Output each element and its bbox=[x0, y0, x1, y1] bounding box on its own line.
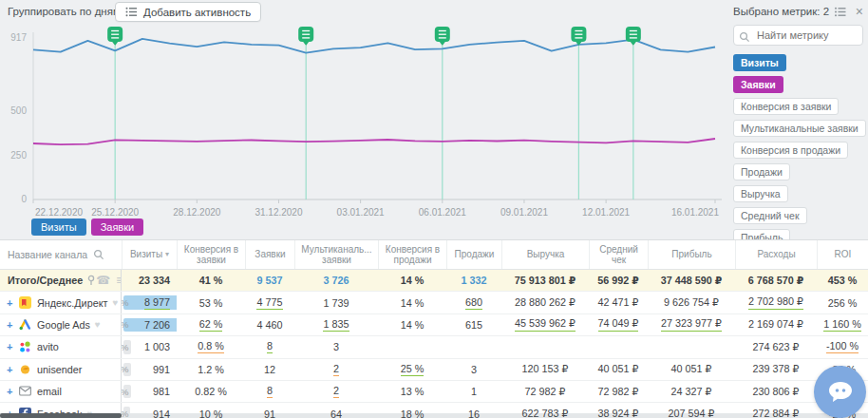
close-icon[interactable]: × bbox=[856, 5, 863, 18]
channel-name: Google Ads bbox=[37, 319, 90, 331]
cell-link[interactable]: 9 537 bbox=[256, 275, 282, 286]
table-cell: 0.82 % bbox=[177, 381, 245, 402]
cell-value: 13 % bbox=[401, 386, 425, 397]
cell-value: 12 bbox=[264, 364, 275, 375]
column-header-7[interactable]: Выручка bbox=[501, 240, 589, 269]
sort-desc-icon: ▾ bbox=[165, 250, 169, 258]
series-Заявки bbox=[33, 139, 715, 144]
cell-value: 3 bbox=[471, 364, 477, 375]
table-row[interactable]: +unisender%9911.2 %12225 %3120 153 ₽40 0… bbox=[0, 359, 868, 381]
search-icon[interactable] bbox=[93, 249, 104, 260]
metric-tag[interactable]: Средний чек bbox=[733, 207, 807, 224]
cell-link[interactable]: 1 332 bbox=[461, 275, 486, 286]
horizontal-scrollbar[interactable] bbox=[0, 413, 868, 418]
chat-widget-button[interactable] bbox=[814, 366, 866, 418]
metric-tag[interactable]: Мультиканальные заявки bbox=[733, 120, 866, 137]
table-row[interactable]: +email%9810.82 %8213 %172 982 ₽72 982 ₽2… bbox=[0, 381, 868, 403]
clipped-percent: % bbox=[122, 364, 128, 374]
activity-marker-icon[interactable] bbox=[626, 27, 641, 46]
cell-value: 2 bbox=[333, 385, 339, 398]
cell-value: 16 bbox=[468, 408, 480, 418]
table-row[interactable]: +Google Ads♥%7 20662 %4 4601 83514 %6154… bbox=[0, 314, 868, 336]
activity-marker-icon[interactable] bbox=[298, 27, 313, 46]
cell-value: 230 806 ₽ bbox=[753, 386, 800, 398]
cell-value: 272 884 ₽ bbox=[753, 408, 800, 418]
add-activity-button[interactable]: Добавить активность bbox=[115, 2, 261, 22]
cell-value: 74 049 ₽ bbox=[598, 317, 639, 332]
column-header-9[interactable]: Прибыль bbox=[648, 240, 735, 269]
pin-icon[interactable] bbox=[86, 275, 96, 286]
table-cell: 56 992 ₽ bbox=[589, 270, 648, 291]
metric-tag[interactable]: Продажи bbox=[733, 163, 790, 180]
legend-toggle-Заявки[interactable]: Заявки bbox=[91, 218, 144, 236]
table-row-total[interactable]: Итого/Среднее☎≡23 33441 %9 5373 72614 %1… bbox=[0, 270, 868, 292]
channel-name-cell[interactable]: +unisender bbox=[0, 359, 122, 380]
channel-name-cell[interactable]: Итого/Среднее☎≡ bbox=[0, 270, 122, 291]
metric-tag[interactable]: Выручка bbox=[733, 185, 788, 202]
phone-icon[interactable]: ☎ bbox=[96, 274, 110, 287]
column-header-11[interactable]: ROI bbox=[817, 240, 868, 269]
cell-value: 3 bbox=[333, 341, 339, 352]
svg-text:917: 917 bbox=[10, 32, 27, 43]
table-cell: 3 726 bbox=[294, 270, 378, 291]
group-by-dropdown[interactable]: Группировать по дням ▾ bbox=[8, 6, 128, 17]
channel-name-cell[interactable]: +Google Ads♥ bbox=[0, 314, 122, 335]
clipped-percent: % bbox=[122, 319, 128, 330]
activity-marker-icon[interactable] bbox=[571, 27, 586, 46]
table-cell: 28 880 262 ₽ bbox=[501, 292, 589, 313]
expand-row-icon[interactable]: + bbox=[7, 297, 17, 309]
metric-tag[interactable]: Конверсия в заявки bbox=[733, 98, 839, 115]
activity-marker-icon[interactable] bbox=[107, 27, 123, 46]
heart-icon[interactable]: ♥ bbox=[95, 319, 101, 330]
table-cell: 1 835 bbox=[294, 314, 378, 335]
table-cell: 1 bbox=[446, 381, 501, 402]
cell-value: 41 % bbox=[199, 275, 223, 286]
expand-row-icon[interactable]: + bbox=[7, 341, 17, 352]
scrollbar-thumb[interactable] bbox=[0, 413, 122, 418]
column-header-2[interactable]: Конверсия в заявки bbox=[177, 240, 245, 269]
expand-row-icon[interactable]: + bbox=[7, 319, 17, 331]
metric-tag-selected[interactable]: Заявки bbox=[733, 76, 783, 93]
table-cell: 72 982 ₽ bbox=[501, 381, 589, 402]
cell-value: 207 594 ₽ bbox=[669, 408, 715, 418]
cell-value: 91 bbox=[264, 408, 275, 418]
expand-row-icon[interactable]: + bbox=[7, 386, 17, 397]
metric-tag-selected[interactable]: Визиты bbox=[733, 54, 786, 71]
table-cell: 4 460 bbox=[245, 314, 294, 335]
channel-name-cell[interactable]: +email bbox=[0, 381, 122, 402]
cell-link[interactable]: 3 726 bbox=[323, 275, 349, 286]
channel-name-cell[interactable]: +avito bbox=[0, 336, 122, 357]
table-row[interactable]: +Яндекс.Директ♥%8 97753 %4 7751 73914 %6… bbox=[0, 292, 868, 314]
table-cell: 13 % bbox=[378, 381, 446, 402]
cell-value: 4 460 bbox=[256, 319, 282, 331]
table-cell: 14 % bbox=[378, 270, 446, 291]
activity-marker-icon[interactable] bbox=[435, 27, 450, 46]
channel-name-cell[interactable]: +Яндекс.Директ♥ bbox=[0, 292, 122, 313]
column-header-5[interactable]: Конверсия в продажи bbox=[378, 240, 446, 269]
column-header-4[interactable]: Мультиканаль... заявки bbox=[294, 240, 378, 269]
cell-value: 28 880 262 ₽ bbox=[515, 296, 576, 309]
column-header-10[interactable]: Расходы bbox=[735, 240, 817, 269]
column-header-3[interactable]: Заявки bbox=[245, 240, 294, 269]
table-row[interactable]: +avito%1 0030.8 %83274 623 ₽-100 % bbox=[0, 336, 868, 358]
cell-value: 56 992 ₽ bbox=[597, 275, 639, 287]
legend-toggle-Визиты[interactable]: Визиты bbox=[31, 218, 86, 236]
table-cell: 24 327 ₽ bbox=[648, 381, 735, 402]
column-header-1[interactable]: Визиты▾ bbox=[122, 240, 177, 269]
metrics-list-icon[interactable] bbox=[834, 7, 847, 17]
table-cell: 14 % bbox=[378, 314, 446, 335]
heart-icon[interactable]: ♥ bbox=[112, 297, 118, 308]
cell-value: 37 448 590 ₽ bbox=[661, 275, 723, 287]
cell-value: 14 % bbox=[401, 275, 425, 286]
metric-search-input[interactable] bbox=[733, 25, 863, 46]
metric-tag[interactable]: Конверсия в продажи bbox=[733, 142, 848, 159]
line-chart: 917500250022.12.202025.12.202028.12.2020… bbox=[0, 21, 731, 236]
expand-row-icon[interactable]: + bbox=[7, 364, 17, 375]
column-header-channel[interactable]: Название канала bbox=[0, 240, 122, 269]
cell-value: 274 623 ₽ bbox=[753, 341, 800, 353]
cell-value: 4 775 bbox=[256, 296, 282, 310]
column-header-8[interactable]: Средний чек bbox=[589, 240, 648, 269]
cell-value: 8 bbox=[267, 340, 273, 353]
column-header-6[interactable]: Продажи bbox=[446, 240, 501, 269]
table-cell: 74 049 ₽ bbox=[589, 314, 648, 335]
